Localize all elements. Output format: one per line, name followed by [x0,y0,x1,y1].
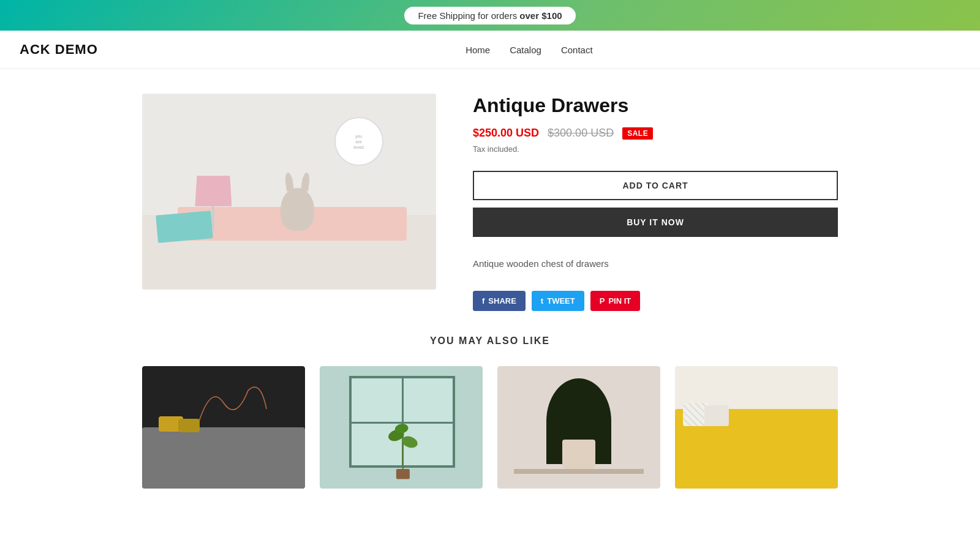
main-content: youareloved Antique Drawers $250.00 [123,94,858,311]
sale-badge: SALE [622,127,653,140]
banner-bold: over $100 [519,10,562,21]
share-facebook-button[interactable]: f SHARE [473,291,526,311]
card-1-pillow-2 [178,419,200,432]
product-image: youareloved [142,94,436,290]
also-like-section: YOU MAY ALSO LIKE [123,335,858,489]
social-buttons: f SHARE t TWEET P PIN IT [473,291,838,311]
card-3-scene [497,366,660,489]
share-facebook-label: SHARE [488,296,516,305]
product-description: Antique wooden chest of drawers [473,257,838,271]
sale-price: $250.00 USD [473,127,539,140]
product-card-image-2 [320,366,483,489]
card-4-sofa [675,409,838,489]
lamp-base [212,206,214,231]
pin-it-button[interactable]: P PIN IT [590,291,641,311]
facebook-icon: f [482,296,484,305]
card-2-plant [379,415,428,482]
also-like-title: YOU MAY ALSO LIKE [142,335,838,347]
product-card-1[interactable] [142,366,305,489]
pin-it-label: PIN IT [608,296,631,305]
top-banner: Free Shipping for orders over $100 [0,0,980,31]
nav-links: Home Catalog Contact [466,45,592,55]
card-4-pillow-2 [704,405,729,426]
card-2-scene [320,366,483,489]
tax-info: Tax included. [473,144,838,154]
product-card-3[interactable] [497,366,660,489]
card-1-scene [142,366,305,489]
card-1-sofa [142,427,305,489]
card-3-table [514,469,644,474]
price-row: $250.00 USD $300.00 USD SALE [473,127,838,140]
product-info: Antique Drawers $250.00 USD $300.00 USD … [473,94,838,311]
lamp [195,176,232,231]
navigation: ACK DEMO Home Catalog Contact [0,31,980,69]
nav-contact[interactable]: Contact [561,45,593,55]
product-card-image-1 [142,366,305,489]
buy-now-button[interactable]: BUY IT NOW [473,208,838,237]
product-title: Antique Drawers [473,94,838,117]
also-like-grid [142,366,838,489]
product-card-4[interactable] [675,366,838,489]
pinterest-icon: P [600,296,605,305]
product-card-2[interactable] [320,366,483,489]
brand-logo: ACK DEMO [20,42,98,58]
card-3-vase [562,440,595,470]
bunny-toy [281,188,314,231]
svg-rect-0 [396,469,410,479]
twitter-icon: t [541,296,543,305]
product-card-image-4 [675,366,838,489]
lamp-shade [195,176,232,206]
nav-catalog[interactable]: Catalog [510,45,541,55]
card-4-scene [675,366,838,489]
product-image-container: youareloved [142,94,436,290]
tweet-label: TWEET [547,296,575,305]
tweet-button[interactable]: t TWEET [532,291,584,311]
nav-home[interactable]: Home [466,45,490,55]
add-to-cart-button[interactable]: ADD TO CART [473,171,838,200]
original-price: $300.00 USD [548,127,614,140]
product-card-image-3 [497,366,660,489]
banner-prefix: Free Shipping for orders [418,10,519,21]
wall-art: youareloved [334,117,383,166]
banner-text: Free Shipping for orders over $100 [404,7,575,24]
bunny-body [281,188,314,231]
